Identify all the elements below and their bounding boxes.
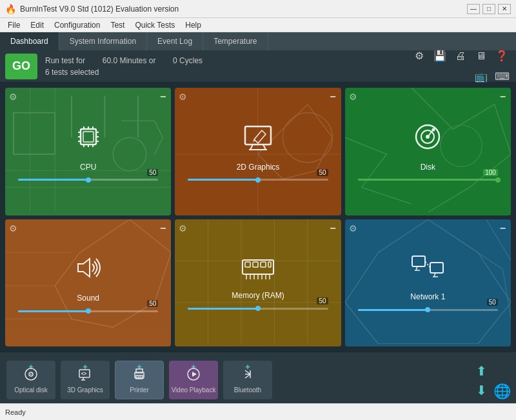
cpu-slider[interactable]: 50 (18, 175, 158, 185)
network-minus-icon[interactable]: − (500, 223, 506, 234)
tray-video[interactable]: + Video Playback (168, 361, 219, 402)
svg-point-15 (283, 113, 333, 163)
network-icon (411, 254, 444, 288)
svg-point-25 (432, 128, 435, 131)
sound-slider-value: 50 (147, 300, 158, 307)
cpu-tile[interactable]: ⚙ − (5, 88, 171, 215)
tray-printer[interactable]: + Printer (114, 361, 165, 402)
gear-icon-btn[interactable]: ⚙ (410, 47, 428, 65)
bluetooth-icon (240, 366, 255, 385)
sound-tile[interactable]: ⚙ − Sound 50 (5, 219, 171, 347)
menu-item-file[interactable]: File (3, 19, 25, 31)
3d-graphics-icon (77, 366, 93, 385)
graphics-slider[interactable]: 50 (188, 175, 328, 185)
memory-minus-icon[interactable]: − (330, 223, 335, 234)
sound-slider[interactable]: 50 (18, 306, 158, 315)
print-icon-btn[interactable]: 🖨 (452, 47, 470, 65)
status-bar: Ready (0, 403, 516, 420)
network-slider[interactable]: 50 (358, 305, 498, 314)
tray-optical-inner: Optical disk (6, 361, 55, 399)
svg-rect-2 (83, 132, 94, 142)
tray-video-label: Video Playback (172, 386, 216, 394)
sound-minus-icon[interactable]: − (160, 223, 166, 234)
svg-point-20 (441, 125, 482, 166)
scroll-down-btn[interactable]: ⬇ (472, 381, 490, 399)
disk-tile[interactable]: ⚙ − Disk 100 (345, 88, 511, 215)
memory-slider[interactable]: 50 (188, 304, 328, 313)
disk-minus-icon[interactable]: − (500, 92, 506, 102)
save-icon-btn[interactable]: 💾 (431, 47, 449, 65)
cycles-label: 0 Cycles (173, 56, 203, 65)
title-text: BurnInTest V9.0 Std (1012) Evaluation ve… (20, 5, 467, 14)
network-slider-value: 50 (487, 299, 498, 306)
tab-dashboard[interactable]: Dashboard (0, 32, 59, 50)
tray-printer-inner: Printer (115, 361, 164, 399)
network-settings-icon[interactable]: ⚙ (349, 223, 357, 234)
right-toolbar: ⚙ 💾 🖨 🖥 ❓ 📺 ⌨ (410, 47, 511, 86)
globe-icon-btn[interactable]: 🌐 (493, 384, 511, 402)
cpu-minus-icon[interactable]: − (160, 92, 166, 102)
disk-label: Disk (421, 163, 435, 172)
tray-3d-label: 3D Graphics (67, 386, 103, 394)
svg-rect-29 (261, 262, 266, 267)
svg-line-44 (425, 261, 430, 268)
header-toolbar: GO Run test for 60.0 Minutes or 0 Cycles… (0, 50, 516, 83)
tab-event-log[interactable]: Event Log (147, 32, 203, 50)
memory-tile[interactable]: ⚙ − (175, 219, 341, 347)
graphics-settings-icon[interactable]: ⚙ (179, 92, 187, 102)
tray-bluetooth[interactable]: + Bluetooth (222, 361, 273, 402)
menu-item-quick tests[interactable]: Quick Tests (130, 19, 180, 31)
network-label: Network 1 (410, 292, 445, 301)
cpu-settings-icon[interactable]: ⚙ (9, 92, 17, 102)
monitor-icon-btn[interactable]: 🖥 (472, 47, 490, 65)
svg-marker-57 (192, 372, 197, 377)
toolbar-row-1: ⚙ 💾 🖨 🖥 ❓ (410, 47, 511, 65)
status-text: Ready (5, 408, 26, 416)
app-icon: 🔥 (5, 4, 16, 14)
close-button[interactable]: ✕ (498, 4, 511, 14)
scroll-up-btn[interactable]: ⬆ (472, 362, 490, 380)
tab-system-info[interactable]: System Information (59, 32, 147, 50)
menu-item-edit[interactable]: Edit (25, 19, 49, 31)
scroll-buttons: ⬆ ⬇ (472, 362, 490, 402)
tray-3d-inner: 3D Graphics (61, 361, 110, 399)
graphics-tile[interactable]: ⚙ − 2D Graphics 50 (175, 88, 341, 215)
menu-bar: FileEditConfigurationTestQuick TestsHelp (0, 18, 516, 32)
menu-item-test[interactable]: Test (105, 19, 130, 31)
svg-rect-41 (430, 263, 443, 273)
main-content: GO Run test for 60.0 Minutes or 0 Cycles… (0, 50, 516, 403)
tab-temperature[interactable]: Temperature (203, 32, 268, 50)
memory-settings-icon[interactable]: ⚙ (179, 223, 187, 234)
help-icon-btn[interactable]: ❓ (493, 47, 511, 65)
title-bar: 🔥 BurnInTest V9.0 Std (1012) Evaluation … (0, 0, 516, 18)
tray-bluetooth-inner: Bluetooth (223, 361, 272, 399)
tests-selected-label: 6 tests selected (45, 68, 99, 77)
go-button[interactable]: GO (5, 54, 37, 79)
tray-video-inner: Video Playback (169, 361, 218, 399)
disk-slider[interactable]: 100 (358, 175, 498, 185)
printer-icon (132, 366, 147, 385)
cpu-slider-value: 50 (147, 169, 158, 176)
svg-rect-28 (253, 262, 258, 267)
menu-item-configuration[interactable]: Configuration (49, 19, 105, 31)
tray-optical[interactable]: + Optical disk (5, 361, 57, 402)
optical-icon (23, 366, 39, 385)
minimize-button[interactable]: — (467, 4, 480, 14)
network-tile[interactable]: ⚙ − Network 1 (345, 219, 511, 347)
video-playback-icon (186, 366, 201, 385)
graphics-minus-icon[interactable]: − (330, 92, 335, 102)
menu-item-help[interactable]: Help (180, 19, 206, 31)
graphics-label: 2D Graphics (237, 163, 280, 172)
tray-printer-label: Printer (130, 386, 148, 394)
cpu-label: CPU (80, 163, 96, 172)
tray-bluetooth-label: Bluetooth (234, 386, 261, 394)
disk-settings-icon[interactable]: ⚙ (349, 92, 357, 102)
graphics-slider-value: 50 (317, 169, 328, 176)
sound-settings-icon[interactable]: ⚙ (9, 223, 17, 234)
sound-label: Sound (77, 294, 99, 303)
tray-3d[interactable]: + 3D Graphics (59, 361, 111, 402)
maximize-button[interactable]: □ (482, 4, 495, 14)
memory-icon (241, 255, 275, 287)
run-test-label: Run test for (45, 56, 85, 65)
svg-point-0 (113, 137, 146, 170)
